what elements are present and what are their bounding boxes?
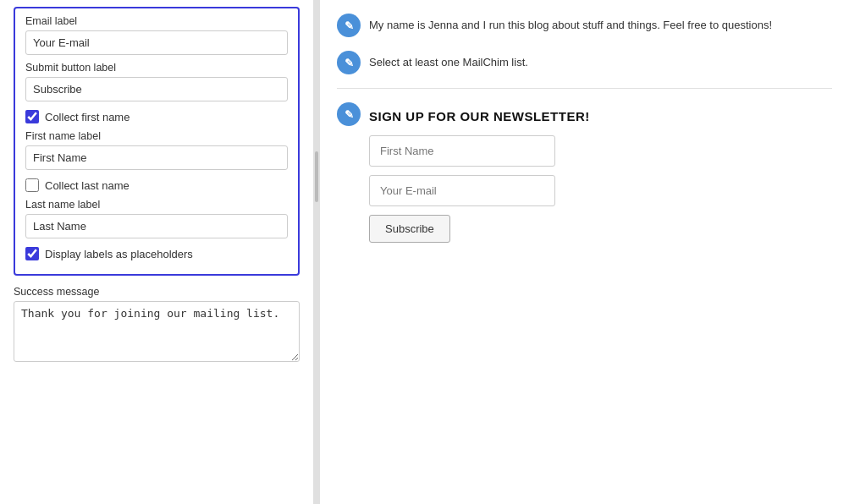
collect-first-name-label: Collect first name <box>45 111 130 123</box>
info-row-2: ✎ Select at least one MailChim list. <box>337 51 832 74</box>
submit-button-label-label: Submit button label <box>25 62 288 74</box>
pencil-icon-3: ✎ <box>337 102 361 126</box>
pencil-icon-2: ✎ <box>337 51 361 74</box>
last-name-label-input[interactable] <box>25 214 288 238</box>
pencil-icon-1: ✎ <box>337 14 361 37</box>
display-labels-row: Display labels as placeholders <box>25 247 288 260</box>
newsletter-section: SIGN UP FOR OUR NEWSLETTER! Subscribe <box>369 109 590 243</box>
display-labels-checkbox[interactable] <box>25 247 39 260</box>
first-name-label-input[interactable] <box>25 145 288 170</box>
section-divider <box>337 88 832 89</box>
email-label-input[interactable] <box>25 30 288 55</box>
last-name-label-label: Last name label <box>25 199 288 211</box>
outlined-section: Email label Submit button label Collect … <box>14 7 300 276</box>
preview-email-input[interactable] <box>369 175 555 206</box>
scrollbar-thumb[interactable] <box>315 151 318 202</box>
success-message-textarea[interactable]: Thank you for joining our mailing list. <box>14 301 300 362</box>
preview-subscribe-button[interactable]: Subscribe <box>369 215 450 243</box>
right-panel: ✎ My name is Jenna and I run this blog a… <box>320 0 849 504</box>
newsletter-header-row: ✎ SIGN UP FOR OUR NEWSLETTER! Subscribe <box>337 102 832 243</box>
first-name-label-label: First name label <box>25 130 288 142</box>
collect-last-name-checkbox[interactable] <box>25 178 39 192</box>
info-text-1: My name is Jenna and I run this blog abo… <box>369 14 772 34</box>
info-text-2: Select at least one MailChim list. <box>369 51 528 71</box>
success-message-label: Success message <box>14 286 300 298</box>
submit-button-label-input[interactable] <box>25 77 288 101</box>
collect-first-name-row: Collect first name <box>25 110 288 123</box>
panel-divider <box>313 0 320 504</box>
display-labels-label: Display labels as placeholders <box>45 248 193 260</box>
email-label-label: Email label <box>25 15 288 27</box>
info-row-1: ✎ My name is Jenna and I run this blog a… <box>337 14 832 37</box>
collect-last-name-row: Collect last name <box>25 178 288 192</box>
collect-first-name-checkbox[interactable] <box>25 110 39 123</box>
left-panel: Email label Submit button label Collect … <box>0 0 313 504</box>
preview-first-name-input[interactable] <box>369 135 555 167</box>
newsletter-title: SIGN UP FOR OUR NEWSLETTER! <box>369 109 590 123</box>
collect-last-name-label: Collect last name <box>45 179 130 192</box>
